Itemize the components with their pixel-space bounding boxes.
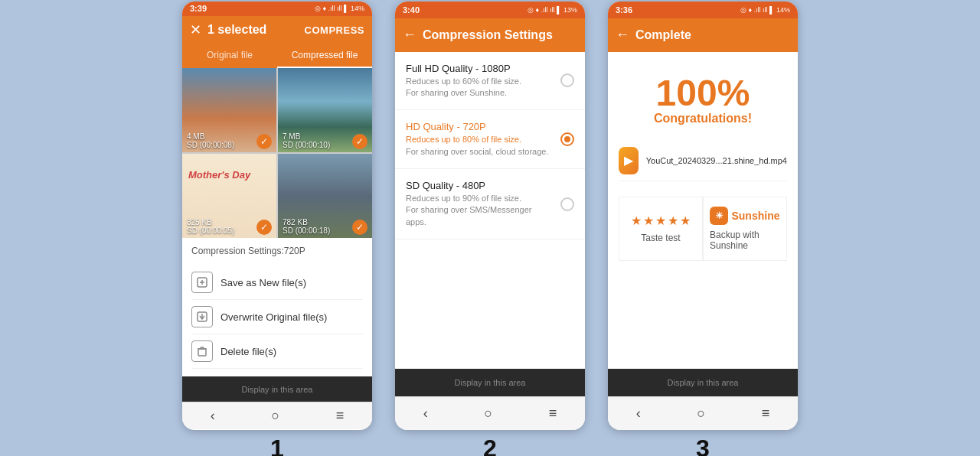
nav-bar-2: ‹ ○ ≡ [395,396,585,430]
back-nav-2[interactable]: ‹ [423,406,428,422]
video-thumb-2[interactable]: 7 MB SD (00:00:10) ✓ [278,68,372,152]
close-icon-1[interactable]: ✕ [190,21,201,38]
percent-display: 100% [656,75,750,112]
setting-title-sd480: SD Quality - 480P [406,180,553,191]
stars-row: ★ ★ ★ ★ ★ [631,213,691,228]
status-icons-2: ◎ ♦ .ıll ıll ▌ 13% [528,6,577,14]
home-nav-1[interactable]: ○ [271,408,279,424]
status-bar-1: 3:39 ◎ ♦ .ıll ıll ▌ 14% [182,2,372,16]
setting-title-hd720: HD Quality - 720P [406,121,553,132]
video-info-4: 782 KB SD (00:00:18) [283,218,330,235]
save-new-label: Save as New file(s) [220,277,306,288]
radio-hd720[interactable] [560,132,574,146]
trash-icon [191,340,213,362]
taste-test-label: Taste test [641,233,680,243]
back-icon-3[interactable]: ← [616,27,629,43]
back-nav-3[interactable]: ‹ [636,406,641,422]
video-thumb-3[interactable]: Mother's Day 325 KB SD (00:00:05) ✓ [182,154,276,238]
setting-fullhd[interactable]: Full HD Quality - 1080P Reduces up to 60… [395,52,585,111]
phone-3: 3:36 ◎ ♦ .ıll ıll ▌ 14% ← Complete 100% … [608,2,798,430]
complete-title: Complete [635,28,790,42]
selected-label: 1 selected [207,23,299,37]
setting-desc-fullhd-1: Reduces up to 60% of file size. [406,76,553,87]
video-thumb-4[interactable]: 782 KB SD (00:00:18) ✓ [278,154,372,238]
settings-title: Compression Settings [423,28,577,42]
save-new-action[interactable]: Save as New file(s) [191,265,363,300]
phone-number-1: 1 [270,435,284,457]
svg-rect-5 [198,349,206,356]
video-info-1: 4 MB SD (00:00:08) [187,132,234,149]
delete-action[interactable]: Delete file(s) [191,334,363,369]
file-row: ▶ YouCut_20240329...21.shine_hd.mp4 [619,141,787,181]
overwrite-icon [191,306,213,327]
status-time-1: 3:39 [190,4,207,13]
setting-text-fullhd: Full HD Quality - 1080P Reduces up to 60… [406,63,553,99]
display-area-2: Display in this area [395,369,585,396]
compress-button[interactable]: COMPRESS [305,24,364,36]
setting-desc-sd480-1: Reduces up to 90% of file size. [406,193,553,204]
backup-sunshine-btn[interactable]: ☀ Sunshine Backup with Sunshine [703,197,787,261]
menu-nav-2[interactable]: ≡ [549,406,557,422]
star-1: ★ [631,213,642,228]
setting-desc-sd480-2: For sharing over SMS/Messenger apps. [406,204,553,228]
back-nav-1[interactable]: ‹ [211,408,215,424]
status-bar-2: 3:40 ◎ ♦ .ıll ıll ▌ 13% [395,2,585,18]
menu-nav-3[interactable]: ≡ [762,406,770,422]
video-thumb-1[interactable]: 4 MB SD (00:00:08) ✓ [182,68,276,152]
top-bar-3: ← Complete [608,18,798,52]
overwrite-action[interactable]: Overwrite Original file(s) [191,300,363,334]
back-icon-2[interactable]: ← [403,27,416,43]
video-info-2: 7 MB SD (00:00:10) [283,132,330,149]
compression-label: Compression Settings:720P [191,246,363,256]
radio-sd480[interactable] [560,197,574,211]
setting-text-hd720: HD Quality - 720P Reduces up to 80% of f… [406,121,553,158]
congrats-text: Congratulations! [654,112,752,125]
menu-nav-1[interactable]: ≡ [336,408,345,424]
top-bar-2: ← Compression Settings [395,18,585,52]
backup-label: Backup with Sunshine [710,230,780,251]
settings-list: Full HD Quality - 1080P Reduces up to 60… [395,52,585,369]
home-nav-3[interactable]: ○ [697,406,705,422]
phone-number-2: 2 [483,435,497,457]
taste-test-btn[interactable]: ★ ★ ★ ★ ★ Taste test [619,197,703,261]
tab-original[interactable]: Original file [182,44,277,68]
display-area-1: Display in this area [182,376,372,402]
tabs-row: Original file Compressed file [182,44,372,68]
display-area-3: Display in this area [608,369,798,396]
bottom-actions: ★ ★ ★ ★ ★ Taste test ☀ Sunshine [619,197,787,261]
video-grid: 4 MB SD (00:00:08) ✓ 7 MB SD (00:00:10) … [182,68,372,238]
setting-text-sd480: SD Quality - 480P Reduces up to 90% of f… [406,180,553,228]
setting-sd480[interactable]: SD Quality - 480P Reduces up to 90% of f… [395,169,585,239]
mothers-day-text: Mother's Day [188,169,250,181]
top-bar-1: ✕ 1 selected COMPRESS [182,16,372,44]
complete-content: 100% Congratulations! ▶ YouCut_20240329.… [608,52,798,369]
phone-number-3: 3 [696,435,710,457]
star-4: ★ [668,213,678,228]
nav-bar-1: ‹ ○ ≡ [182,402,372,430]
home-nav-2[interactable]: ○ [484,406,492,422]
nav-bar-3: ‹ ○ ≡ [608,396,798,430]
star-5: ★ [680,213,691,228]
sunshine-logo: ☀ Sunshine [710,207,779,225]
save-new-icon [191,272,213,293]
file-icon: ▶ [619,147,639,174]
video-info-3: 325 KB SD (00:00:05) [187,218,234,235]
setting-hd720[interactable]: HD Quality - 720P Reduces up to 80% of f… [395,110,585,169]
setting-title-fullhd: Full HD Quality - 1080P [406,63,553,74]
setting-desc-hd720-2: For sharing over social, cloud storage. [406,146,553,158]
radio-fullhd[interactable] [560,73,574,87]
setting-desc-hd720-1: Reduces up to 80% of file size. [406,134,553,145]
file-name: YouCut_20240329...21.shine_hd.mp4 [646,156,787,165]
star-3: ★ [655,213,666,228]
phone-2: 3:40 ◎ ♦ .ıll ıll ▌ 13% ← Compression Se… [395,2,585,430]
radio-inner-hd720 [564,136,570,142]
tab-compressed[interactable]: Compressed file [277,44,372,68]
status-time-3: 3:36 [616,5,632,15]
delete-label: Delete file(s) [220,346,276,357]
status-icons-1: ◎ ♦ .ıll ıll ▌ 14% [315,5,364,12]
status-icons-3: ◎ ♦ .ıll ıll ▌ 14% [740,6,790,14]
setting-desc-fullhd-2: For sharing over Sunshine. [406,87,553,99]
status-time-2: 3:40 [403,5,420,15]
overwrite-label: Overwrite Original file(s) [220,311,327,323]
status-bar-3: 3:36 ◎ ♦ .ıll ıll ▌ 14% [608,2,798,18]
